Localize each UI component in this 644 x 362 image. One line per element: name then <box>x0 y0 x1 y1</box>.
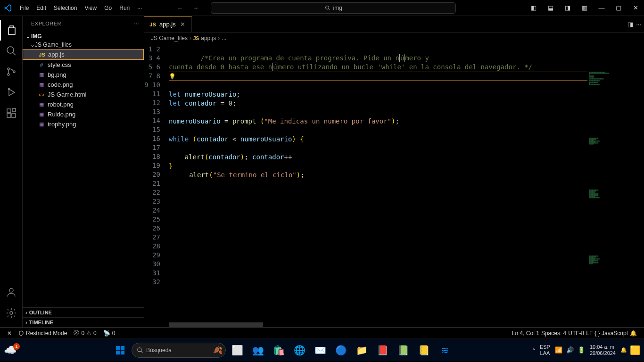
explorer-icon[interactable]: 📁 <box>352 341 371 360</box>
activity-debug-icon[interactable] <box>0 82 23 103</box>
split-editor-icon[interactable]: ◨ <box>627 21 633 28</box>
file-style-css[interactable]: #style.css <box>23 60 144 70</box>
status-cursor[interactable]: Ln 4, Col 1 <box>512 330 539 337</box>
vscode-logo-icon <box>0 4 16 12</box>
notifications-icon[interactable]: 🔔 <box>620 347 627 353</box>
file-label: Ruido.png <box>48 111 75 118</box>
root-folder-label: IMG <box>31 33 42 40</box>
edge-icon[interactable]: 🌐 <box>290 341 309 360</box>
status-spaces[interactable]: Spaces: 4 <box>541 330 566 337</box>
notes-icon[interactable]: 📒 <box>414 341 433 360</box>
menu-file[interactable]: File <box>16 2 33 14</box>
file-app-js[interactable]: JSapp.js <box>23 49 144 60</box>
volume-icon[interactable]: 🔊 <box>566 346 574 354</box>
menu-selection[interactable]: Selection <box>50 2 81 14</box>
tray-language[interactable]: ESP LAA <box>538 344 552 355</box>
status-encoding[interactable]: UTF-8 <box>568 330 584 337</box>
window-maximize-icon[interactable]: ▢ <box>610 0 627 16</box>
root-folder[interactable]: ⌄ IMG <box>23 32 144 41</box>
image-icon: ▦ <box>38 101 45 107</box>
taskbar-center: Búsqueda 🍂 ⬜ 👥 🛍️ 🌐 ✉️ 🔵 📁 📕 📗 📒 ≋ <box>111 341 454 360</box>
pdf-icon[interactable]: 📕 <box>373 341 392 360</box>
layout-customize-icon[interactable]: ▥ <box>576 0 593 16</box>
editor-area: JS app.js ✕ ◨ ··· JS Game_files › JS app… <box>144 16 644 327</box>
layout-toggle-3-icon[interactable]: ◨ <box>559 0 576 16</box>
chrome-icon[interactable]: 🔵 <box>331 341 350 360</box>
vscode-taskbar-icon[interactable]: ≋ <box>435 341 454 360</box>
sidebar-header: EXPLORER ··· <box>23 16 144 31</box>
breadcrumb-folder[interactable]: JS Game_files <box>151 35 188 41</box>
subfolder[interactable]: ⌄ JS Game_files <box>23 41 144 49</box>
status-notifications-icon[interactable]: 🔔 <box>630 330 637 337</box>
teams-icon[interactable]: 👥 <box>248 341 267 360</box>
file-label: trophy.png <box>48 121 76 128</box>
menu-edit[interactable]: Edit <box>33 2 50 14</box>
status-language[interactable]: { } JavaScript <box>594 330 628 337</box>
store-icon[interactable]: 🛍️ <box>269 341 288 360</box>
editor-more-icon[interactable]: ··· <box>636 21 641 28</box>
horizontal-scrollbar[interactable] <box>169 322 263 327</box>
start-button[interactable] <box>111 341 130 360</box>
file-trophy-png[interactable]: ▦trophy.png <box>23 119 144 129</box>
excel-icon[interactable]: 📗 <box>394 341 413 360</box>
windows-taskbar: ☁️ 1 Búsqueda 🍂 ⬜ 👥 🛍️ 🌐 ✉️ 🔵 📁 📕 📗 📒 ≋ … <box>0 338 644 361</box>
file-code-png[interactable]: ▦code.png <box>23 80 144 90</box>
window-minimize-icon[interactable]: — <box>593 0 610 16</box>
tray-chevron-icon[interactable]: ^ <box>533 347 535 353</box>
lang-label: JavaScript <box>602 330 628 337</box>
explorer-more-icon[interactable]: ··· <box>134 21 139 26</box>
explorer-title: EXPLORER <box>31 21 61 26</box>
svg-rect-15 <box>121 350 124 354</box>
taskview-icon[interactable]: ⬜ <box>228 341 247 360</box>
taskbar-search[interactable]: Búsqueda 🍂 <box>132 343 226 358</box>
command-center-search[interactable]: img <box>211 2 456 14</box>
breadcrumb-file[interactable]: app.js <box>201 35 216 41</box>
battery-icon[interactable]: 🔋 <box>578 346 585 354</box>
status-ports[interactable]: 📡 0 <box>100 330 119 337</box>
menu-view[interactable]: View <box>81 2 100 14</box>
timeline-label: TIMELINE <box>29 320 53 325</box>
status-restricted[interactable]: Restricted Mode <box>15 330 70 337</box>
activity-explorer-icon[interactable] <box>0 20 23 41</box>
outline-section[interactable]: ›OUTLINE <box>23 307 144 317</box>
taskbar-weather[interactable]: ☁️ 1 <box>4 344 17 356</box>
code-lines[interactable]: /*Crea un programa de cuenta progresiva.… <box>169 44 644 327</box>
code-editor[interactable]: 1 2 3 4 5 6 7 8 9 10 11 12 13 14 15 16 1… <box>144 44 644 327</box>
layout-toggle-1-icon[interactable]: ◧ <box>525 0 542 16</box>
timeline-section[interactable]: ›TIMELINE <box>23 317 144 327</box>
menu-run[interactable]: Run <box>116 2 133 14</box>
file-label: JS Game.html <box>48 91 86 98</box>
activity-account-icon[interactable] <box>0 282 23 303</box>
tray-icons[interactable]: 📶 🔊 🔋 <box>555 346 585 354</box>
tab-close-icon[interactable]: ✕ <box>179 21 187 28</box>
activity-scm-icon[interactable] <box>0 61 23 82</box>
breadcrumb-symbol[interactable]: ... <box>222 35 226 41</box>
lang-line2: LAA <box>540 350 550 356</box>
status-problems[interactable]: ⓧ 0 ⚠ 0 <box>70 329 99 337</box>
file-robot-png[interactable]: ▦robot.png <box>23 99 144 109</box>
weather-badge: 1 <box>13 343 20 350</box>
window-close-icon[interactable]: ✕ <box>627 0 644 16</box>
menu-go[interactable]: Go <box>100 2 116 14</box>
file-game-html[interactable]: <>JS Game.html <box>23 90 144 99</box>
layout-toggle-2-icon[interactable]: ⬓ <box>542 0 559 16</box>
status-eol[interactable]: LF <box>586 330 593 337</box>
activity-search-icon[interactable] <box>0 41 23 61</box>
outline-label: OUTLINE <box>29 310 52 315</box>
file-bg-png[interactable]: ▦bg.png <box>23 70 144 80</box>
svg-rect-9 <box>12 108 16 112</box>
activity-extensions-icon[interactable] <box>0 103 23 123</box>
file-ruido-png[interactable]: ▦Ruido.png <box>23 109 144 119</box>
breadcrumb[interactable]: JS Game_files › JS app.js › ... <box>144 33 644 44</box>
minimap[interactable]: ████████████████████████████████████████… <box>587 72 644 327</box>
wifi-icon[interactable]: 📶 <box>555 346 562 354</box>
nav-forward-icon[interactable]: → <box>190 2 201 13</box>
menu-more[interactable]: ··· <box>133 2 146 14</box>
activity-settings-icon[interactable] <box>0 303 23 323</box>
mail-icon[interactable]: ✉️ <box>311 341 330 360</box>
copilot-icon[interactable]: 🟨 <box>630 345 640 355</box>
status-remote-icon[interactable]: ✕ <box>4 330 15 337</box>
nav-back-icon[interactable]: ← <box>174 2 186 13</box>
tray-clock[interactable]: 10:04 a. m. 29/06/2024 <box>588 344 618 355</box>
tab-app-js[interactable]: JS app.js ✕ <box>144 16 192 32</box>
